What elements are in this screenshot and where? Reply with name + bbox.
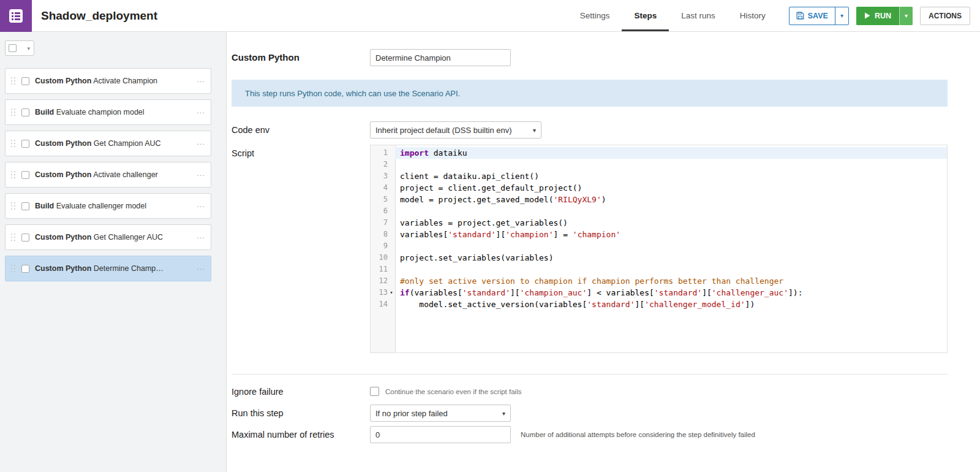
section-divider bbox=[232, 374, 948, 375]
code-line-text bbox=[395, 159, 947, 170]
run-this-step-select[interactable]: If no prior step failed ▾ bbox=[370, 405, 511, 422]
step-item-label: Custom Python Activate challenger bbox=[35, 170, 193, 179]
code-env-row: Code env Inherit project default (DSS bu… bbox=[232, 121, 948, 139]
drag-handle-icon[interactable] bbox=[11, 265, 16, 273]
step-item-label: Custom Python Activate Champion bbox=[35, 77, 193, 85]
code-line-text: variables = project.get_variables() bbox=[395, 217, 947, 229]
drag-handle-icon[interactable] bbox=[11, 202, 16, 210]
step-item-label: Custom Python Get Champion AUC bbox=[35, 139, 193, 148]
line-number-gutter: 2 bbox=[371, 159, 395, 170]
tab-steps[interactable]: Steps bbox=[622, 0, 669, 31]
code-line: 7variables = project.get_variables() bbox=[371, 217, 947, 229]
floppy-icon bbox=[796, 12, 804, 20]
page-title: Shadow_deployment bbox=[41, 9, 157, 23]
step-settings-panel: Custom Python This step runs Python code… bbox=[227, 32, 980, 472]
code-line: 9 bbox=[371, 240, 947, 252]
ignore-failure-checkbox[interactable] bbox=[370, 387, 379, 396]
code-env-label: Code env bbox=[232, 121, 370, 139]
drag-handle-icon[interactable] bbox=[11, 171, 16, 179]
step-checkbox[interactable] bbox=[21, 202, 29, 210]
code-line: 5model = project.get_saved_model('RILQyX… bbox=[371, 194, 947, 205]
step-menu-icon[interactable]: ... bbox=[197, 169, 205, 178]
step-item-label: Build Evaluate champion model bbox=[35, 108, 193, 116]
line-number-gutter: 11 bbox=[371, 264, 395, 275]
script-row: Script 1import dataiku2 3client = dataik… bbox=[232, 145, 948, 353]
save-button-label: SAVE bbox=[808, 12, 828, 20]
step-item[interactable]: Custom Python Get Challenger AUC... bbox=[5, 224, 211, 250]
code-line-text bbox=[395, 240, 947, 252]
info-banner-text: This step runs Python code, which can us… bbox=[245, 89, 460, 98]
steps-sidebar: ▾ Custom Python Activate Champion...Buil… bbox=[0, 32, 227, 472]
actions-button[interactable]: ACTIONS bbox=[920, 7, 970, 25]
step-menu-icon[interactable]: ... bbox=[197, 75, 205, 84]
code-line-text: if(variables['standard']['champion_auc']… bbox=[395, 287, 947, 299]
step-item[interactable]: Custom Python Determine Champ…... bbox=[5, 256, 211, 281]
code-env-value: Inherit project default (DSS builtin env… bbox=[375, 126, 512, 135]
code-line-text bbox=[395, 264, 947, 275]
code-line: 11 bbox=[371, 264, 947, 275]
code-line: 13▾if(variables['standard']['champion_au… bbox=[371, 287, 947, 299]
step-checkbox[interactable] bbox=[21, 171, 29, 179]
code-editor[interactable]: 1import dataiku2 3client = dataiku.api_c… bbox=[370, 145, 948, 353]
tab-history[interactable]: History bbox=[728, 0, 778, 31]
code-line: 8variables['standard']['champion'] = 'ch… bbox=[371, 229, 947, 240]
step-item[interactable]: Custom Python Activate Champion... bbox=[5, 68, 211, 94]
drag-handle-icon[interactable] bbox=[11, 77, 16, 85]
max-retries-helper: Number of additional attempts before con… bbox=[521, 426, 755, 443]
drag-handle-icon[interactable] bbox=[11, 108, 16, 116]
step-menu-icon[interactable]: ... bbox=[197, 231, 205, 240]
save-dropdown-caret-icon[interactable]: ▾ bbox=[835, 7, 848, 25]
ignore-failure-hint: Continue the scenario even if the script… bbox=[385, 383, 521, 400]
step-item[interactable]: Custom Python Activate challenger... bbox=[5, 162, 211, 188]
line-number-gutter: 1 bbox=[371, 147, 395, 159]
step-list: Custom Python Activate Champion...Build … bbox=[5, 68, 226, 281]
chevron-down-icon: ▾ bbox=[533, 127, 536, 134]
code-env-select[interactable]: Inherit project default (DSS builtin env… bbox=[370, 121, 541, 139]
tab-settings[interactable]: Settings bbox=[568, 0, 622, 31]
step-checkbox[interactable] bbox=[21, 265, 29, 273]
step-item-label: Build Evaluate challenger model bbox=[35, 202, 193, 210]
step-item[interactable]: Custom Python Get Champion AUC... bbox=[5, 131, 211, 156]
step-item[interactable]: Build Evaluate challenger model... bbox=[5, 193, 211, 219]
max-retries-input[interactable] bbox=[370, 426, 511, 443]
code-line: 12#only set active version to champion i… bbox=[371, 275, 947, 287]
max-retries-row: Maximal number of retries Number of addi… bbox=[232, 426, 948, 443]
drag-handle-icon[interactable] bbox=[11, 234, 16, 242]
max-retries-label: Maximal number of retries bbox=[232, 426, 370, 443]
save-button[interactable]: SAVE ▾ bbox=[789, 7, 849, 25]
line-number-gutter: 8 bbox=[371, 229, 395, 240]
step-checkbox[interactable] bbox=[21, 140, 29, 148]
step-menu-icon[interactable]: ... bbox=[197, 106, 205, 115]
code-line-text: project.set_variables(variables) bbox=[395, 252, 947, 264]
line-number-gutter: 14 bbox=[371, 299, 395, 310]
step-name-input[interactable] bbox=[370, 49, 511, 66]
step-checkbox[interactable] bbox=[21, 234, 29, 242]
scenario-list-icon[interactable] bbox=[0, 0, 32, 32]
step-menu-icon[interactable]: ... bbox=[197, 200, 205, 209]
step-item-label: Custom Python Determine Champ… bbox=[35, 264, 193, 273]
app-header: Shadow_deployment SettingsStepsLast runs… bbox=[0, 0, 980, 32]
run-dropdown-caret-icon[interactable]: ▾ bbox=[899, 7, 913, 25]
step-checkbox[interactable] bbox=[21, 77, 29, 85]
code-line: 10project.set_variables(variables) bbox=[371, 252, 947, 264]
drag-handle-icon[interactable] bbox=[11, 140, 16, 148]
code-line: 3client = dataiku.api_client() bbox=[371, 170, 947, 182]
line-number-gutter: 13▾ bbox=[371, 287, 395, 299]
line-number-gutter: 6 bbox=[371, 205, 395, 217]
line-number-gutter: 7 bbox=[371, 217, 395, 229]
save-button-main[interactable]: SAVE bbox=[790, 7, 835, 25]
step-menu-icon[interactable]: ... bbox=[197, 262, 205, 272]
step-title-row: Custom Python bbox=[232, 49, 948, 66]
tab-last-runs[interactable]: Last runs bbox=[669, 0, 728, 31]
select-all-steps-control[interactable]: ▾ bbox=[5, 40, 34, 56]
run-button-main[interactable]: RUN bbox=[856, 7, 899, 25]
step-checkbox[interactable] bbox=[21, 108, 29, 116]
select-all-checkbox[interactable] bbox=[9, 44, 17, 52]
step-item[interactable]: Build Evaluate champion model... bbox=[5, 99, 211, 125]
code-line: 14 model.set_active_version(variables['s… bbox=[371, 299, 947, 310]
fold-arrow-icon[interactable]: ▾ bbox=[388, 287, 395, 299]
step-menu-icon[interactable]: ... bbox=[197, 137, 205, 147]
code-line-text: import dataiku bbox=[395, 147, 947, 159]
run-button[interactable]: RUN ▾ bbox=[856, 7, 913, 25]
code-line-text: project = client.get_default_project() bbox=[395, 182, 947, 194]
